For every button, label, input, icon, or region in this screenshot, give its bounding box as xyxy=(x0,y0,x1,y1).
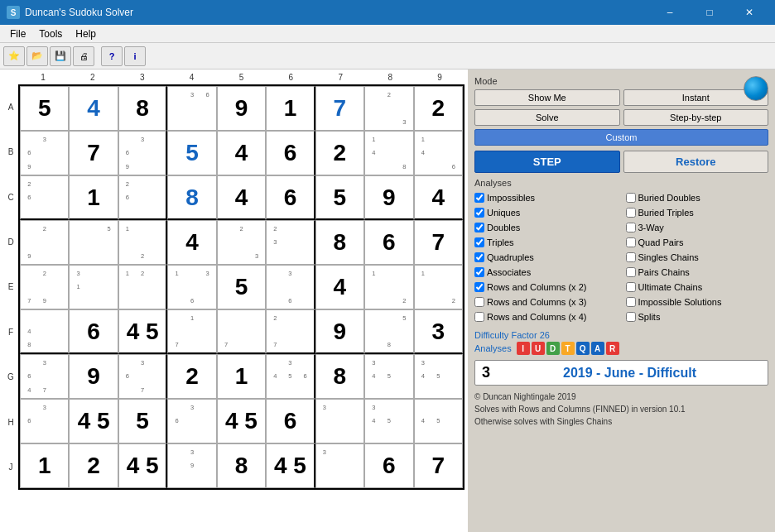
cell-r1c5[interactable]: 6 xyxy=(266,131,315,175)
checkbox-rows-and-columns-(x-3)[interactable] xyxy=(474,297,484,307)
cell-r3c1[interactable]: 5 xyxy=(69,220,118,265)
cell-r3c4[interactable]: 23 xyxy=(217,220,266,265)
cell-r4c3[interactable]: 136 xyxy=(167,265,216,309)
maximize-button[interactable]: □ xyxy=(691,0,729,25)
checkbox-impossible-solutions[interactable] xyxy=(626,297,636,307)
cell-r5c5[interactable]: 27 xyxy=(266,309,315,354)
checkbox-singles-chains[interactable] xyxy=(626,252,636,262)
cell-r0c1[interactable]: 4 xyxy=(69,86,118,131)
cell-r4c5[interactable]: 36 xyxy=(266,265,315,309)
checkbox-buried-triples[interactable] xyxy=(626,208,636,218)
cell-r2c1[interactable]: 1 xyxy=(69,175,118,220)
cell-r6c6[interactable]: 8 xyxy=(315,354,364,399)
cell-r6c5[interactable]: 3456 xyxy=(266,354,315,399)
cell-r2c0[interactable]: 26 xyxy=(20,175,69,220)
cell-r5c7[interactable]: 58 xyxy=(364,309,413,354)
custom-button[interactable]: Custom xyxy=(474,129,768,146)
checkbox-ultimate-chains[interactable] xyxy=(626,282,636,292)
cell-r1c2[interactable]: 369 xyxy=(118,131,167,175)
cell-r6c2[interactable]: 367 xyxy=(118,354,167,399)
restore-button[interactable]: Restore xyxy=(623,151,769,173)
toolbar-print[interactable]: 🖨 xyxy=(73,46,94,66)
cell-r3c3[interactable]: 4 xyxy=(167,220,216,265)
cell-r1c3[interactable]: 5 xyxy=(167,131,216,175)
cell-r5c6[interactable]: 9 xyxy=(315,309,364,354)
check-right-7[interactable]: Impossible Solutions xyxy=(626,295,769,309)
cell-r7c7[interactable]: 345 xyxy=(364,399,413,443)
cell-r6c8[interactable]: 345 xyxy=(414,354,463,399)
cell-r5c8[interactable]: 3 xyxy=(414,309,463,354)
checkbox-splits[interactable] xyxy=(626,312,636,322)
check-right-8[interactable]: Splits xyxy=(626,309,769,324)
cell-r8c4[interactable]: 8 xyxy=(217,443,266,488)
cell-r8c0[interactable]: 1 xyxy=(20,443,69,488)
cell-r8c3[interactable]: 39 xyxy=(167,443,216,488)
cell-r4c2[interactable]: 12 xyxy=(118,265,167,309)
cell-r0c4[interactable]: 9 xyxy=(217,86,266,131)
check-left-3[interactable]: Triples xyxy=(474,235,618,249)
cell-r2c6[interactable]: 5 xyxy=(315,175,364,220)
cell-r3c8[interactable]: 7 xyxy=(414,220,463,265)
cell-r4c0[interactable]: 279 xyxy=(20,265,69,309)
cell-r2c3[interactable]: 8 xyxy=(167,175,216,220)
close-button[interactable]: ✕ xyxy=(730,0,768,25)
step-by-step-button[interactable]: Step-by-step xyxy=(623,109,769,126)
cell-r5c4[interactable]: 7 xyxy=(217,309,266,354)
cell-r3c2[interactable]: 12 xyxy=(118,220,167,265)
toolbar-help[interactable]: ? xyxy=(101,46,123,66)
check-left-2[interactable]: Doubles xyxy=(474,220,618,234)
cell-r7c4[interactable]: 4 5 xyxy=(217,399,266,443)
toolbar-save[interactable]: 💾 xyxy=(50,46,71,66)
cell-r5c0[interactable]: 48 xyxy=(20,309,69,354)
cell-r1c7[interactable]: 148 xyxy=(364,131,413,175)
cell-r2c5[interactable]: 6 xyxy=(266,175,315,220)
toolbar-open[interactable]: 📂 xyxy=(26,46,48,66)
minimize-button[interactable]: – xyxy=(651,0,689,25)
cell-r8c6[interactable]: 3 xyxy=(315,443,364,488)
menu-file[interactable]: File xyxy=(3,26,32,41)
cell-r5c3[interactable]: 17 xyxy=(167,309,216,354)
menu-help[interactable]: Help xyxy=(69,26,103,41)
cell-r2c2[interactable]: 26 xyxy=(118,175,167,220)
cell-r5c1[interactable]: 6 xyxy=(69,309,118,354)
cell-r8c2[interactable]: 4 5 xyxy=(118,443,167,488)
check-left-5[interactable]: Associates xyxy=(474,265,618,279)
cell-r0c7[interactable]: 23 xyxy=(364,86,413,131)
cell-r0c8[interactable]: 2 xyxy=(414,86,463,131)
toolbar-new[interactable]: ⭐ xyxy=(3,46,25,66)
cell-r6c7[interactable]: 345 xyxy=(364,354,413,399)
cell-r3c6[interactable]: 8 xyxy=(315,220,364,265)
check-right-6[interactable]: Ultimate Chains xyxy=(626,280,769,294)
cell-r7c8[interactable]: 45 xyxy=(414,399,463,443)
cell-r2c7[interactable]: 9 xyxy=(364,175,413,220)
cell-r8c5[interactable]: 4 5 xyxy=(266,443,315,488)
check-right-3[interactable]: Quad Pairs xyxy=(626,235,769,249)
cell-r7c2[interactable]: 5 xyxy=(118,399,167,443)
check-left-8[interactable]: Rows and Columns (x 4) xyxy=(474,309,618,324)
check-left-7[interactable]: Rows and Columns (x 3) xyxy=(474,295,618,309)
check-right-2[interactable]: 3-Way xyxy=(626,220,769,234)
checkbox-buried-doubles[interactable] xyxy=(626,193,636,203)
check-left-0[interactable]: Impossibles xyxy=(474,190,618,204)
checkbox-quadruples[interactable] xyxy=(474,252,484,262)
checkbox-pairs-chains[interactable] xyxy=(626,267,636,277)
show-me-button[interactable]: Show Me xyxy=(474,89,620,106)
cell-r0c3[interactable]: 36 xyxy=(167,86,216,131)
checkbox-triples[interactable] xyxy=(474,237,484,247)
cell-r0c2[interactable]: 8 xyxy=(118,86,167,131)
cell-r4c4[interactable]: 5 xyxy=(217,265,266,309)
cell-r7c0[interactable]: 36 xyxy=(20,399,69,443)
checkbox-rows-and-columns-(x-4)[interactable] xyxy=(474,312,484,322)
checkbox-3-way[interactable] xyxy=(626,223,636,232)
cell-r0c5[interactable]: 1 xyxy=(266,86,315,131)
cell-r2c4[interactable]: 4 xyxy=(217,175,266,220)
cell-r3c7[interactable]: 6 xyxy=(364,220,413,265)
step-button[interactable]: STEP xyxy=(474,151,620,173)
cell-r6c1[interactable]: 9 xyxy=(69,354,118,399)
cell-r3c0[interactable]: 29 xyxy=(20,220,69,265)
cell-r3c5[interactable]: 23 xyxy=(266,220,315,265)
check-left-6[interactable]: Rows and Columns (x 2) xyxy=(474,280,618,294)
toolbar-info[interactable]: i xyxy=(124,46,146,66)
checkbox-uniques[interactable] xyxy=(474,208,484,218)
cell-r4c8[interactable]: 12 xyxy=(414,265,463,309)
